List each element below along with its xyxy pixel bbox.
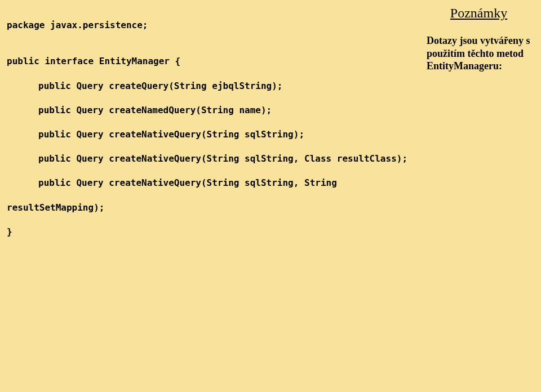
notes-body: Dotazy jsou vytvářeny s použitím těchto … — [427, 34, 531, 73]
code-line: public interface EntityManager { — [7, 55, 424, 68]
code-line: package javax.persistence; — [7, 19, 424, 32]
notes-panel: Poznámky Dotazy jsou vytvářeny s použití… — [427, 6, 531, 73]
code-line: public Query createNativeQuery(String sq… — [7, 153, 424, 165]
code-line: } — [7, 226, 424, 238]
code-line: public Query createNativeQuery(String sq… — [7, 128, 424, 141]
code-line: public Query createNamedQuery(String nam… — [7, 104, 424, 117]
code-line: public Query createQuery(String ejbqlStr… — [7, 80, 424, 92]
code-line: public Query createNativeQuery(String sq… — [7, 177, 424, 189]
code-line: resultSetMapping); — [7, 202, 424, 214]
code-block: package javax.persistence; public interf… — [7, 7, 424, 250]
notes-title: Poznámky — [427, 6, 531, 21]
